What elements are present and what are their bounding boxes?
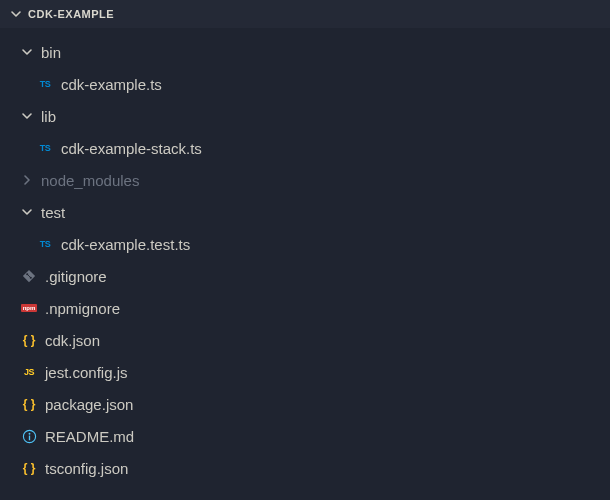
folder-label: bin	[41, 44, 61, 61]
folder-lib[interactable]: lib	[0, 100, 610, 132]
file-label: README.md	[45, 428, 134, 445]
chevron-down-icon	[20, 109, 34, 123]
json-icon: { }	[20, 332, 38, 348]
file-tree: bin TS cdk-example.ts lib TS cdk-example…	[0, 28, 610, 484]
file-gitignore[interactable]: .gitignore	[0, 260, 610, 292]
git-icon	[20, 268, 38, 284]
chevron-down-icon	[10, 8, 22, 20]
file-label: jest.config.js	[45, 364, 128, 381]
file-label: cdk-example.ts	[61, 76, 162, 93]
file-cdk-json[interactable]: { } cdk.json	[0, 324, 610, 356]
file-jest-config-js[interactable]: JS jest.config.js	[0, 356, 610, 388]
chevron-down-icon	[20, 45, 34, 59]
svg-rect-5	[28, 435, 29, 440]
folder-label: lib	[41, 108, 56, 125]
chevron-down-icon	[20, 205, 34, 219]
json-icon: { }	[20, 396, 38, 412]
file-cdk-example-test-ts[interactable]: TS cdk-example.test.ts	[0, 228, 610, 260]
file-label: cdk.json	[45, 332, 100, 349]
javascript-icon: JS	[20, 364, 38, 380]
project-name: CDK-EXAMPLE	[28, 8, 114, 20]
file-tsconfig-json[interactable]: { } tsconfig.json	[0, 452, 610, 484]
file-label: .npmignore	[45, 300, 120, 317]
file-cdk-example-ts[interactable]: TS cdk-example.ts	[0, 68, 610, 100]
explorer-header[interactable]: CDK-EXAMPLE	[0, 0, 610, 28]
file-label: package.json	[45, 396, 133, 413]
file-label: cdk-example-stack.ts	[61, 140, 202, 157]
file-package-json[interactable]: { } package.json	[0, 388, 610, 420]
file-npmignore[interactable]: npm .npmignore	[0, 292, 610, 324]
file-cdk-example-stack-ts[interactable]: TS cdk-example-stack.ts	[0, 132, 610, 164]
file-readme-md[interactable]: README.md	[0, 420, 610, 452]
folder-label: node_modules	[41, 172, 139, 189]
folder-label: test	[41, 204, 65, 221]
typescript-icon: TS	[36, 140, 54, 156]
folder-test[interactable]: test	[0, 196, 610, 228]
typescript-icon: TS	[36, 236, 54, 252]
json-icon: { }	[20, 460, 38, 476]
info-icon	[20, 428, 38, 444]
chevron-right-icon	[20, 173, 34, 187]
npm-icon: npm	[20, 300, 38, 316]
file-label: tsconfig.json	[45, 460, 128, 477]
file-label: cdk-example.test.ts	[61, 236, 190, 253]
folder-node-modules[interactable]: node_modules	[0, 164, 610, 196]
file-label: .gitignore	[45, 268, 107, 285]
svg-point-4	[28, 432, 30, 434]
folder-bin[interactable]: bin	[0, 36, 610, 68]
typescript-icon: TS	[36, 76, 54, 92]
